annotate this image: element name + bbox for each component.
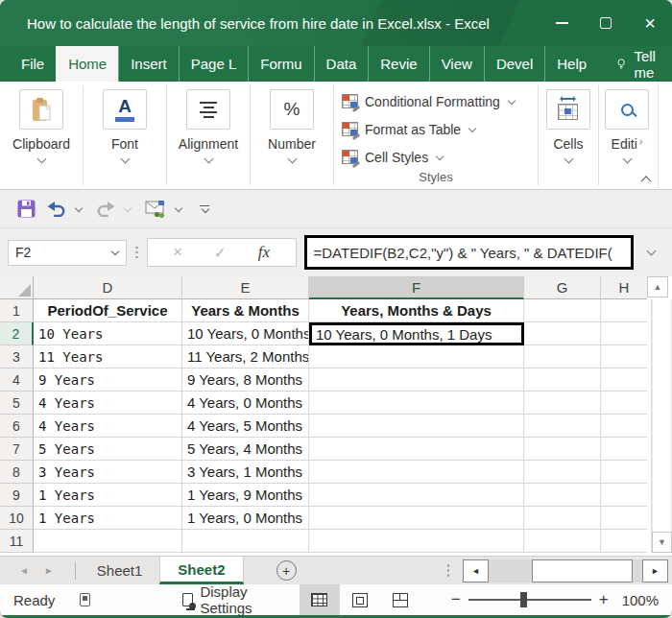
cell-f[interactable]	[309, 345, 524, 368]
row-number[interactable]: 8	[0, 461, 34, 484]
cell-d[interactable]: 4 Years	[34, 415, 182, 438]
scroll-up-button[interactable]: ▲	[647, 276, 668, 297]
collapse-ribbon-icon[interactable]	[640, 176, 651, 183]
cell-f[interactable]	[309, 415, 524, 438]
cell-h[interactable]	[601, 438, 647, 461]
cell-f[interactable]	[309, 484, 524, 507]
cell-d[interactable]: 5 Years	[34, 438, 182, 461]
cell-g[interactable]	[524, 484, 601, 507]
cell-d[interactable]: 11 Years	[34, 345, 182, 368]
cell-h[interactable]	[601, 345, 647, 368]
sheet-tab-sheet2[interactable]: Sheet2	[159, 557, 243, 584]
row-number[interactable]: 7	[0, 438, 34, 461]
prev-sheet-icon[interactable]: ◄	[19, 565, 29, 576]
zoom-slider[interactable]	[468, 599, 591, 601]
cell-h[interactable]	[601, 484, 647, 507]
cell-g[interactable]	[524, 461, 601, 484]
cell-e[interactable]: 4 Years, 0 Months	[182, 392, 309, 415]
cell-f[interactable]	[309, 507, 524, 530]
name-box-dropdown-icon[interactable]	[112, 250, 119, 256]
ribbon-tab[interactable]: Page L	[179, 46, 249, 82]
scroll-left-button[interactable]: ◄	[463, 559, 489, 582]
row-number[interactable]: 9	[0, 484, 34, 507]
cell-e[interactable]: 1 Years, 9 Months	[182, 484, 309, 507]
row-number[interactable]: 1	[0, 299, 34, 322]
row-number[interactable]: 6	[0, 415, 34, 438]
undo-dropdown-chevron[interactable]	[76, 205, 83, 212]
cell-f[interactable]	[309, 368, 524, 392]
display-settings-button[interactable]: Display Settings	[182, 583, 261, 616]
cell-d[interactable]: 4 Years	[34, 392, 182, 415]
horizontal-scrollbar-thumb[interactable]	[532, 559, 633, 582]
new-sheet-button[interactable]: +	[276, 560, 297, 581]
row-number[interactable]: 10	[0, 507, 34, 530]
email-dropdown-chevron[interactable]	[176, 205, 182, 212]
column-header-e[interactable]: E	[182, 276, 309, 299]
cell-f[interactable]: 10 Years, 0 Months, 1 Days	[309, 322, 524, 345]
ribbon-group-cells[interactable]: Cells	[539, 82, 598, 189]
cell-d[interactable]: 10 Years	[34, 322, 182, 345]
scroll-down-button[interactable]: ▼	[652, 532, 672, 553]
ribbon-group-font[interactable]: A Font	[84, 82, 166, 189]
row-number[interactable]: 2	[0, 322, 34, 345]
ribbon-tab[interactable]: Help	[544, 46, 598, 82]
cell-g[interactable]	[524, 368, 601, 392]
ribbon-tab[interactable]: Insert	[118, 46, 179, 82]
cancel-entry-icon[interactable]: ×	[173, 243, 182, 262]
cell-d[interactable]: 1 Years	[34, 484, 182, 507]
vertical-scrollbar-track[interactable]	[652, 299, 672, 532]
cell-g[interactable]	[524, 345, 601, 368]
column-header-h[interactable]: H	[601, 276, 647, 299]
row-number[interactable]: 3	[0, 345, 34, 368]
cell-h[interactable]	[601, 392, 647, 415]
cell-f[interactable]	[309, 461, 524, 484]
cell-f[interactable]	[309, 530, 524, 553]
page-layout-view-button[interactable]	[340, 584, 380, 615]
sheetbar-drag-dots[interactable]	[447, 564, 450, 577]
ribbon-tab[interactable]: Devel	[484, 46, 544, 82]
vertical-scrollbar[interactable]: ▼	[651, 299, 672, 553]
cell-h[interactable]	[601, 368, 647, 392]
normal-view-button[interactable]	[300, 584, 340, 615]
tell-me-button[interactable]: Tell me	[604, 46, 672, 82]
cell-e[interactable]: 5 Years, 4 Months	[182, 438, 309, 461]
column-header-d[interactable]: D	[34, 276, 182, 299]
cell-h[interactable]	[601, 299, 647, 322]
cell-d[interactable]: 3 Years	[34, 461, 182, 484]
cell-e[interactable]: Years & Months	[182, 299, 309, 322]
cell-g[interactable]	[524, 392, 601, 415]
cell-d[interactable]: PeriodOf_Service	[34, 299, 182, 322]
zoom-out-button[interactable]: −	[444, 590, 468, 609]
cell-e[interactable]: 4 Years, 5 Months	[182, 415, 309, 438]
cell-d[interactable]: 1 Years	[34, 507, 182, 530]
cell-e[interactable]	[182, 530, 309, 553]
scroll-right-button[interactable]: ►	[642, 559, 668, 582]
email-button[interactable]	[141, 196, 170, 223]
formula-bar-input[interactable]: =DATEDIF(B2,C2,"y") & " Years, " & DATED…	[304, 235, 635, 270]
page-break-view-button[interactable]	[380, 584, 420, 615]
maximize-button[interactable]	[584, 0, 628, 46]
select-all-corner[interactable]	[0, 276, 34, 299]
styles-menu-item[interactable]: Format as Table	[342, 115, 516, 143]
cell-d[interactable]	[34, 530, 182, 553]
cell-g[interactable]	[524, 299, 601, 322]
name-box[interactable]: F2	[8, 240, 127, 266]
horizontal-scrollbar-track[interactable]	[489, 559, 642, 582]
cell-e[interactable]: 3 Years, 1 Months	[182, 461, 309, 484]
cell-g[interactable]	[524, 322, 601, 345]
formula-bar-drag-dots[interactable]	[135, 247, 138, 259]
sheet-tab-sheet1[interactable]: Sheet1	[80, 557, 160, 584]
ribbon-group-editing[interactable]: Editi ›	[599, 82, 655, 189]
ribbon-group-number[interactable]: % Number	[251, 82, 333, 189]
cell-h[interactable]	[601, 322, 647, 345]
ribbon-tab[interactable]: Data	[314, 46, 369, 82]
redo-dropdown-chevron[interactable]	[125, 205, 132, 212]
cell-h[interactable]	[601, 415, 647, 438]
ribbon-tab[interactable]: Formu	[248, 46, 313, 82]
ribbon-tab[interactable]: Revie	[368, 46, 428, 82]
column-header-g[interactable]: G	[524, 276, 601, 299]
cell-h[interactable]	[601, 507, 647, 530]
undo-button[interactable]	[43, 196, 70, 223]
cell-e[interactable]: 10 Years, 0 Months	[182, 322, 309, 345]
macro-record-icon[interactable]	[80, 593, 90, 606]
